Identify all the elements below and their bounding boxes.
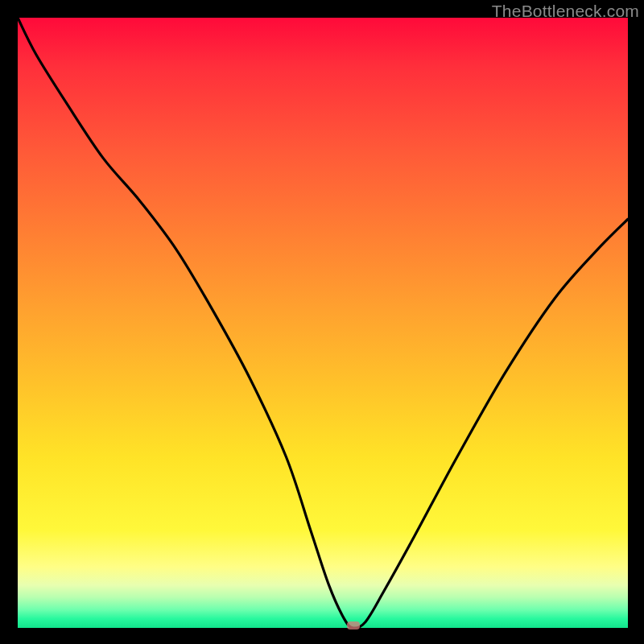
plot-area (18, 18, 628, 628)
chart-frame: TheBottleneck.com (0, 0, 644, 644)
bottleneck-curve (18, 18, 628, 628)
minimum-marker (347, 621, 360, 630)
